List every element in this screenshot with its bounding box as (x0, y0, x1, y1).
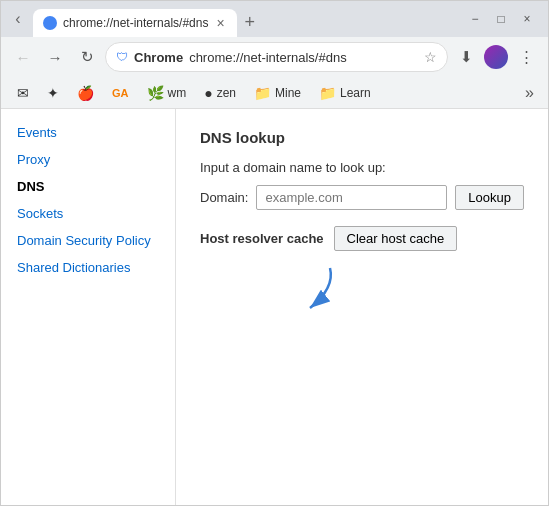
maximize-button[interactable]: □ (492, 10, 510, 28)
address-text: chrome://net-internals/#dns (189, 50, 418, 65)
main-content: DNS lookup Input a domain name to look u… (176, 109, 548, 505)
bookmark-gmail[interactable]: ✉ (9, 81, 37, 105)
bookmark-zen-label: zen (217, 86, 236, 100)
sidebar-item-dns[interactable]: DNS (1, 173, 175, 200)
domain-field-label: Domain: (200, 190, 248, 205)
arrow-indicator (280, 263, 340, 313)
bookmark-star-icon[interactable]: ☆ (424, 49, 437, 65)
star-icon: ✦ (47, 85, 59, 101)
apple-icon: 🍎 (77, 85, 94, 101)
chrome-brand-label: Chrome (134, 50, 183, 65)
bookmark-mine-label: Mine (275, 86, 301, 100)
sidebar-item-sockets[interactable]: Sockets (1, 200, 175, 227)
content-area: Events Proxy DNS Sockets Domain Security… (1, 109, 548, 505)
host-resolver-label: Host resolver cache (200, 231, 324, 246)
menu-button[interactable]: ⋮ (512, 43, 540, 71)
bookmark-apple[interactable]: 🍎 (69, 81, 102, 105)
clear-host-cache-button[interactable]: Clear host cache (334, 226, 458, 251)
sidebar: Events Proxy DNS Sockets Domain Security… (1, 109, 176, 505)
browser-frame: ‹ chrome://net-internals/#dns × + − □ × … (0, 0, 549, 506)
active-tab[interactable]: chrome://net-internals/#dns × (33, 9, 237, 37)
new-tab-button[interactable]: + (237, 8, 264, 37)
minimize-button[interactable]: − (466, 10, 484, 28)
forward-button[interactable]: → (41, 43, 69, 71)
address-bar[interactable]: 🛡 Chrome chrome://net-internals/#dns ☆ (105, 42, 448, 72)
window-controls: ‹ (9, 10, 27, 28)
title-bar: ‹ chrome://net-internals/#dns × + − □ × (1, 1, 548, 37)
sidebar-item-events[interactable]: Events (1, 119, 175, 146)
sidebar-item-proxy[interactable]: Proxy (1, 146, 175, 173)
bookmark-learn-label: Learn (340, 86, 371, 100)
tab-favicon (43, 16, 57, 30)
security-icon: 🛡 (116, 50, 128, 64)
gmail-icon: ✉ (17, 85, 29, 101)
cache-row: Host resolver cache Clear host cache (200, 226, 524, 251)
bookmark-ga[interactable]: GA (104, 83, 137, 103)
bookmark-zen[interactable]: ● zen (196, 81, 244, 105)
page-title: DNS lookup (200, 129, 524, 146)
tab-title: chrome://net-internals/#dns (63, 16, 208, 30)
domain-input-row: Domain: Lookup (200, 185, 524, 210)
domain-input[interactable] (256, 185, 447, 210)
bookmarks-more-button[interactable]: » (519, 82, 540, 104)
sidebar-item-shared-dicts[interactable]: Shared Dictionaries (1, 254, 175, 281)
back-button[interactable]: ← (9, 43, 37, 71)
back-page-btn[interactable]: ‹ (9, 10, 27, 28)
arrow-area (280, 263, 524, 316)
ga-icon: GA (112, 87, 129, 99)
bookmark-ext1[interactable]: ✦ (39, 81, 67, 105)
bookmarks-bar: ✉ ✦ 🍎 GA 🌿 wm ● zen 📁 Mine 📁 Learn » (1, 77, 548, 109)
mine-folder-icon: 📁 (254, 85, 271, 101)
avatar[interactable] (484, 45, 508, 69)
input-section-label: Input a domain name to look up: (200, 160, 524, 175)
title-bar-right: − □ × (466, 10, 540, 28)
bookmark-wm[interactable]: 🌿 wm (139, 81, 195, 105)
zen-icon: ● (204, 85, 212, 101)
bookmark-mine[interactable]: 📁 Mine (246, 81, 309, 105)
nav-right-controls: ⬇ ⋮ (452, 43, 540, 71)
bookmark-learn[interactable]: 📁 Learn (311, 81, 379, 105)
reload-button[interactable]: ↻ (73, 43, 101, 71)
sidebar-item-domain-security[interactable]: Domain Security Policy (1, 227, 175, 254)
learn-folder-icon: 📁 (319, 85, 336, 101)
lookup-button[interactable]: Lookup (455, 185, 524, 210)
download-button[interactable]: ⬇ (452, 43, 480, 71)
tab-close-button[interactable]: × (214, 13, 226, 33)
bookmark-wm-label: wm (168, 86, 187, 100)
nav-bar: ← → ↻ 🛡 Chrome chrome://net-internals/#d… (1, 37, 548, 77)
close-button[interactable]: × (518, 10, 536, 28)
wm-icon: 🌿 (147, 85, 164, 101)
tab-area: chrome://net-internals/#dns × + (33, 1, 460, 37)
